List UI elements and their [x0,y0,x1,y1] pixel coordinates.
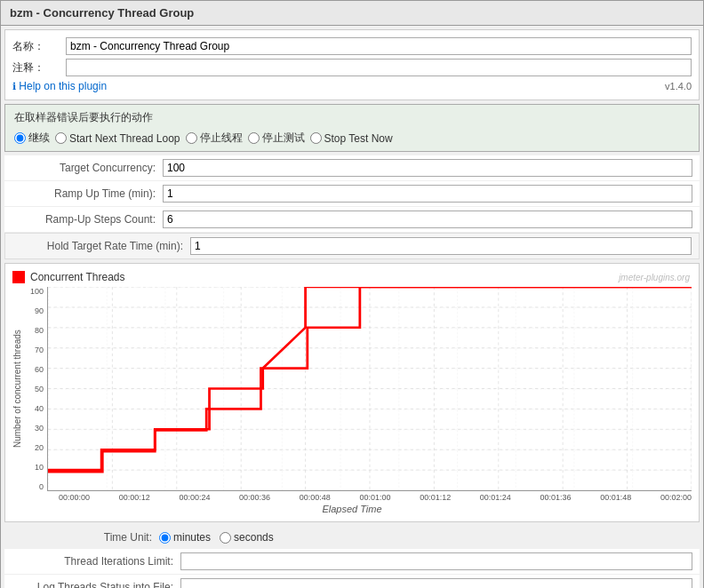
target-concurrency-input[interactable] [163,159,692,177]
radio-stop-test-now-label: Stop Test Now [324,132,393,145]
target-concurrency-input-wrapper [163,159,692,177]
thread-iterations-row: Thread Iterations Limit: [4,549,700,575]
radio-seconds-input[interactable] [220,532,231,544]
ramp-up-steps-input-wrapper [163,211,692,228]
radio-minutes[interactable]: minutes [159,531,211,544]
ramp-up-steps-row: Ramp-Up Steps Count: [4,207,700,233]
ramp-up-time-label: Ramp Up Time (min): [12,187,163,200]
time-unit-label: Time Unit: [8,531,159,544]
x-label-4: 00:00:48 [300,493,331,502]
radio-stop-test-now-input[interactable] [310,132,322,144]
version-label: v1.4.0 [665,81,692,91]
radio-stop-test-label: 停止测试 [262,131,305,146]
target-concurrency-label: Target Concurrency: [12,162,163,174]
thread-iterations-label: Thread Iterations Limit: [12,555,180,568]
window-title: bzm - Concurrency Thread Group [10,6,194,20]
name-input[interactable] [66,37,692,55]
chart-area [47,287,692,491]
name-row: 名称： [12,36,692,57]
form-fields: Target Concurrency: Ramp Up Time (min): … [4,155,700,233]
radio-seconds-label: seconds [234,531,274,544]
x-label-6: 00:01:12 [420,493,451,502]
help-row: ℹ Help on this plugin v1.4.0 [12,78,692,94]
y-axis-labels: 100 90 80 70 60 50 40 30 20 10 0 [30,287,47,491]
chart-wrapper: Number of concurrent threads 100 90 80 7… [12,287,692,491]
radio-stop-thread-input[interactable] [186,132,197,144]
name-input-wrapper [66,37,692,55]
x-label-5: 00:01:00 [359,493,390,502]
target-concurrency-row: Target Concurrency: [4,155,700,181]
watermark: jmeter-plugins.org [619,273,690,282]
radio-continue-input[interactable] [14,132,26,144]
comment-input[interactable] [66,59,692,76]
y-axis-label: Number of concurrent threads [12,287,28,491]
radio-continue[interactable]: 继续 [14,131,50,146]
radio-seconds[interactable]: seconds [220,531,274,544]
radio-minutes-label: minutes [173,531,211,544]
x-label-9: 00:01:48 [600,493,631,502]
title-bar: bzm - Concurrency Thread Group [1,1,703,26]
log-threads-label: Log Threads Status into File: [12,581,180,588]
radio-stop-test-input[interactable] [248,132,260,144]
info-icon: ℹ [12,81,16,91]
comment-row: 注释： [12,57,692,78]
x-label-2: 00:00:24 [179,493,210,502]
comment-label: 注释： [12,60,66,75]
radio-stop-test-now[interactable]: Stop Test Now [310,132,393,145]
x-label-10: 00:02:00 [660,493,692,502]
help-link-wrapper: ℹ Help on this plugin [12,80,107,92]
help-link[interactable]: Help on this plugin [19,80,107,92]
radio-start-next-input[interactable] [55,132,67,144]
radio-minutes-input[interactable] [159,532,171,544]
chart-line-svg [48,287,692,490]
action-section: 在取样器错误后要执行的动作 继续 Start Next Thread Loop … [4,104,700,152]
x-axis-label: Elapsed Time [12,504,692,514]
log-threads-input-wrapper [180,578,692,588]
chart-legend: Concurrent Threads [12,271,692,283]
x-label-3: 00:00:36 [239,493,270,502]
radio-start-next-label: Start Next Thread Loop [69,132,180,145]
x-label-0: 00:00:00 [59,493,90,502]
time-unit-row: Time Unit: minutes seconds [1,526,703,549]
hold-input[interactable] [190,237,692,255]
chart-section: Concurrent Threads jmeter-plugins.org Nu… [4,263,700,522]
legend-label: Concurrent Threads [30,271,125,283]
hold-input-wrapper [190,237,692,255]
comment-input-wrapper [66,59,692,76]
action-radio-group: 继续 Start Next Thread Loop 停止线程 停止测试 Stop… [14,131,690,146]
legend-color-box [12,271,25,283]
radio-stop-test[interactable]: 停止测试 [248,131,305,146]
main-window: bzm - Concurrency Thread Group 名称： 注释： ℹ… [0,0,704,588]
ramp-up-time-input-wrapper [163,185,692,203]
hold-label: Hold Target Rate Time (min): [12,240,190,252]
thread-iterations-input[interactable] [180,552,692,570]
log-threads-row: Log Threads Status into File: [4,575,700,588]
radio-start-next[interactable]: Start Next Thread Loop [55,132,180,145]
ramp-up-steps-input[interactable] [163,211,692,228]
x-label-8: 00:01:36 [540,493,572,502]
ramp-up-time-row: Ramp Up Time (min): [4,181,700,207]
time-unit-options: minutes seconds [159,531,274,544]
name-section: 名称： 注释： ℹ Help on this plugin v1.4.0 [4,29,700,100]
action-title: 在取样器错误后要执行的动作 [14,110,690,125]
name-label: 名称： [12,39,66,54]
x-axis-labels: 00:00:00 00:00:12 00:00:24 00:00:36 00:0… [12,493,692,502]
log-threads-input[interactable] [180,578,692,588]
ramp-up-time-input[interactable] [163,185,692,203]
hold-row: Hold Target Rate Time (min): [4,233,700,259]
x-label-7: 00:01:24 [480,493,511,502]
radio-stop-thread-label: 停止线程 [200,131,243,146]
bottom-fields: Thread Iterations Limit: Log Threads Sta… [4,549,700,588]
radio-stop-thread[interactable]: 停止线程 [186,131,243,146]
ramp-up-steps-label: Ramp-Up Steps Count: [12,213,163,226]
radio-continue-label: 继续 [28,131,50,146]
x-label-1: 00:00:12 [119,493,150,502]
thread-iterations-input-wrapper [180,552,692,570]
